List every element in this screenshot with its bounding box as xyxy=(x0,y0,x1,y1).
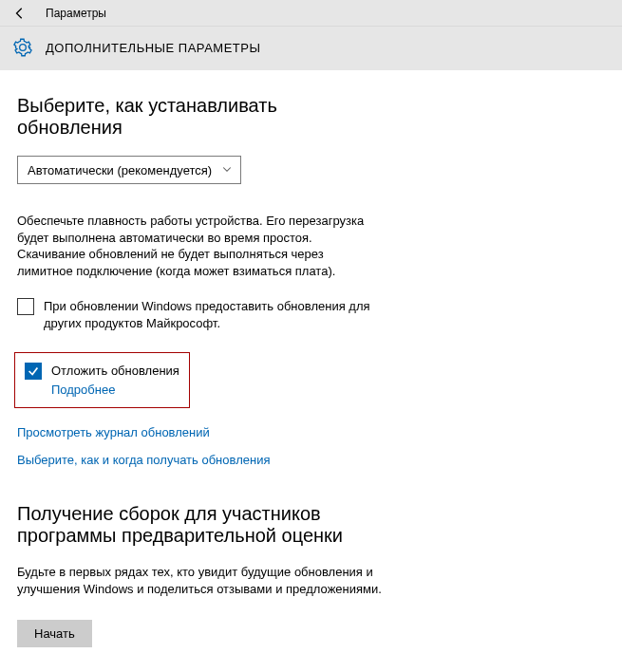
page-header: ДОПОЛНИТЕЛЬНЫЕ ПАРАМЕТРЫ xyxy=(0,27,622,70)
defer-more-link[interactable]: Подробнее xyxy=(51,382,179,399)
insider-section: Получение сборок для участников программ… xyxy=(17,503,382,672)
checkbox-defer-label: Отложить обновления xyxy=(51,364,179,378)
titlebar: Параметры xyxy=(0,0,622,27)
section-heading-insider: Получение сборок для участников программ… xyxy=(17,503,382,547)
gear-icon xyxy=(13,38,32,57)
page-title: ДОПОЛНИТЕЛЬНЫЕ ПАРАМЕТРЫ xyxy=(46,41,260,55)
back-icon[interactable] xyxy=(11,5,28,22)
insider-description: Будьте в первых рядах тех, кто увидит бу… xyxy=(17,564,382,597)
checkbox-defer-updates[interactable] xyxy=(25,363,42,380)
highlight-box: Отложить обновления Подробнее xyxy=(14,352,190,408)
start-button[interactable]: Начать xyxy=(17,620,92,647)
content-area: Выберите, как устанавливать обновления А… xyxy=(0,70,399,672)
checkbox-row-other-products: При обновлении Windows предоставить обно… xyxy=(17,298,382,331)
checkbox-defer-label-wrap: Отложить обновления Подробнее xyxy=(51,363,179,398)
checkbox-other-products-label: При обновлении Windows предоставить обно… xyxy=(44,298,382,331)
link-update-history[interactable]: Просмотреть журнал обновлений xyxy=(17,425,382,439)
window-title: Параметры xyxy=(46,7,106,20)
section-heading-updates: Выберите, как устанавливать обновления xyxy=(17,95,382,139)
install-mode-select[interactable]: Автоматически (рекомендуется) xyxy=(17,156,241,184)
checkbox-row-defer: Отложить обновления Подробнее xyxy=(25,363,179,398)
updates-description: Обеспечьте плавность работы устройства. … xyxy=(17,213,382,279)
chevron-down-icon xyxy=(221,163,233,177)
select-value: Автоматически (рекомендуется) xyxy=(28,163,212,177)
link-delivery-options[interactable]: Выберите, как и когда получать обновлени… xyxy=(17,453,382,467)
checkbox-other-products[interactable] xyxy=(17,298,34,315)
